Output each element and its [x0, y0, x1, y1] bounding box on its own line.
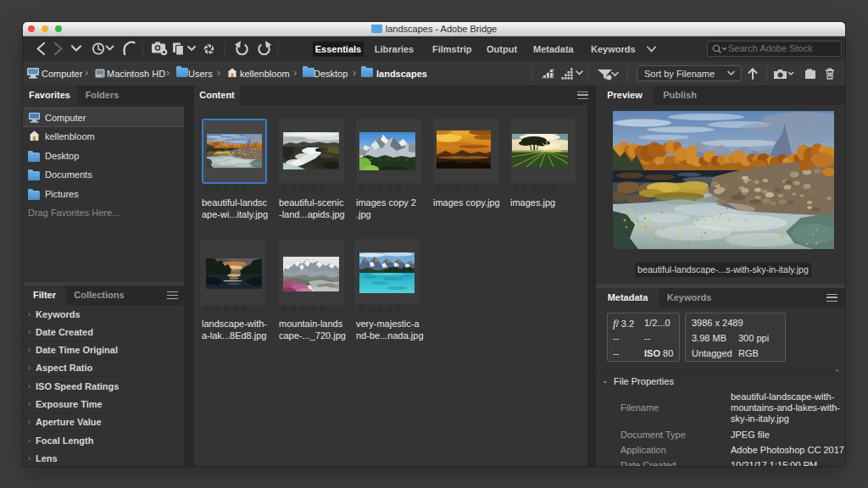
svg-text:Sort by Filename: Sort by Filename [644, 69, 715, 79]
